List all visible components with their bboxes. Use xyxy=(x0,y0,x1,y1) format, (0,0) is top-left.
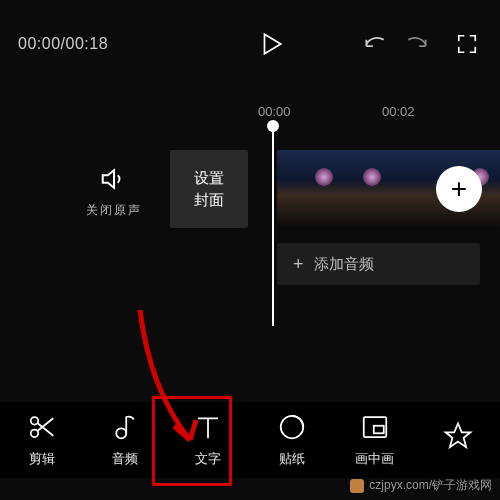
playhead[interactable] xyxy=(272,126,274,326)
mute-label: 关闭原声 xyxy=(78,202,150,219)
speaker-icon xyxy=(99,164,129,194)
fullscreen-button[interactable] xyxy=(456,33,478,55)
add-clip-button[interactable]: + xyxy=(436,166,482,212)
play-button[interactable] xyxy=(258,31,284,57)
svg-rect-5 xyxy=(374,426,384,434)
video-editor-screen: 00:00/00:18 00:00 00:02 关闭原声 设置 封面 + + xyxy=(0,0,500,500)
tool-sticker[interactable]: 贴纸 xyxy=(250,402,333,478)
music-note-icon xyxy=(110,412,140,442)
plus-icon: + xyxy=(293,254,304,275)
tool-text[interactable]: 文字 xyxy=(167,402,250,478)
tool-pip[interactable]: 画中画 xyxy=(333,402,416,478)
svg-point-2 xyxy=(116,428,126,438)
add-audio-row[interactable]: + 添加音频 xyxy=(277,243,480,285)
top-bar: 00:00/00:18 xyxy=(0,22,500,66)
bottom-toolbar: 剪辑 音频 文字 贴纸 画中画 xyxy=(0,402,500,478)
timecode: 00:00/00:18 xyxy=(18,35,108,53)
redo-button[interactable] xyxy=(404,31,430,57)
tool-cut[interactable]: 剪辑 xyxy=(0,402,83,478)
watermark: czjpyx.com/铲子游戏网 xyxy=(350,477,492,494)
tool-label: 贴纸 xyxy=(279,450,305,468)
scissors-icon xyxy=(27,412,57,442)
tool-label: 文字 xyxy=(195,450,221,468)
svg-point-1 xyxy=(30,430,38,438)
mute-original-sound[interactable]: 关闭原声 xyxy=(78,164,150,219)
tool-label: 音频 xyxy=(112,450,138,468)
tool-label: 画中画 xyxy=(355,450,394,468)
tool-effects[interactable] xyxy=(417,402,500,478)
add-audio-label: 添加音频 xyxy=(314,255,374,274)
picture-in-picture-icon xyxy=(360,412,390,442)
ruler-tick: 00:02 xyxy=(382,104,415,119)
clip-thumbnail[interactable] xyxy=(277,150,355,228)
sticker-icon xyxy=(277,412,307,442)
svg-point-0 xyxy=(30,417,38,425)
watermark-icon xyxy=(350,479,364,493)
text-icon xyxy=(193,412,223,442)
clip-thumbnail[interactable] xyxy=(355,150,433,228)
watermark-text: czjpyx.com/铲子游戏网 xyxy=(369,478,492,492)
plus-icon: + xyxy=(451,173,467,205)
tool-label: 剪辑 xyxy=(29,450,55,468)
undo-button[interactable] xyxy=(362,31,388,57)
time-ruler[interactable]: 00:00 00:02 xyxy=(0,104,500,124)
cover-label-1: 设置 xyxy=(194,167,224,189)
ruler-tick: 00:00 xyxy=(258,104,291,119)
set-cover-button[interactable]: 设置 封面 xyxy=(170,150,248,228)
tool-audio[interactable]: 音频 xyxy=(83,402,166,478)
cover-label-2: 封面 xyxy=(194,189,224,211)
star-icon xyxy=(443,421,473,451)
